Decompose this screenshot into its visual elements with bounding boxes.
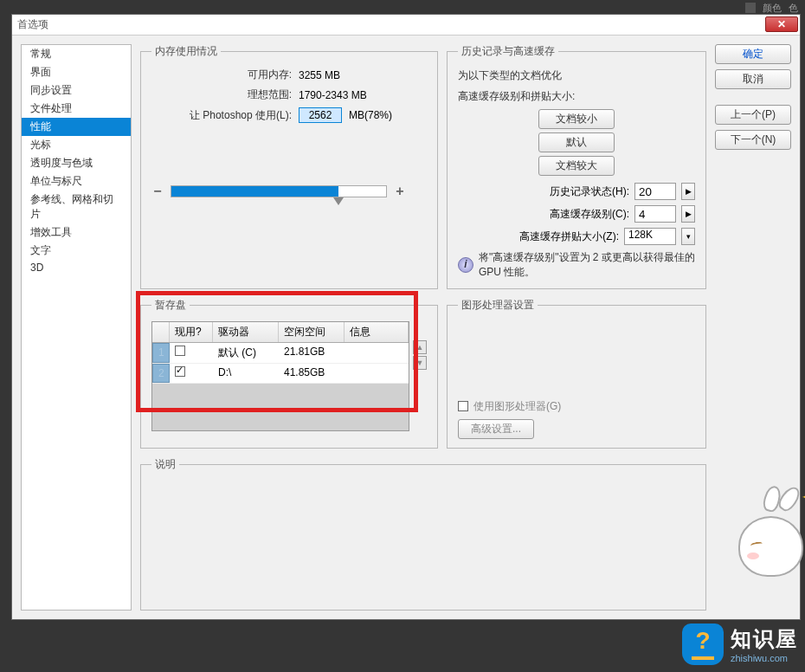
memory-use-input[interactable] [299, 107, 342, 123]
next-button[interactable]: 下一个(N) [715, 130, 791, 150]
topbar-swatch: 色 [789, 2, 798, 15]
cache-note: 将"高速缓存级别"设置为 2 或更高以获得最佳的 GPU 性能。 [479, 250, 695, 280]
memory-slider[interactable] [171, 185, 387, 197]
checkbox[interactable] [175, 366, 185, 377]
sidebar-item-performance[interactable]: 性能 [22, 118, 131, 136]
description-legend: 说明 [151, 457, 179, 472]
col-active: 现用? [170, 322, 213, 342]
close-button[interactable]: ✕ [765, 16, 798, 32]
sidebar-item-units[interactable]: 单位与标尺 [22, 172, 131, 191]
gpu-advanced-button[interactable]: 高级设置... [458, 419, 534, 439]
info-icon: i [458, 257, 473, 273]
use-gpu-label: 使用图形处理器(G) [473, 399, 561, 414]
sidebar-item-filehandling[interactable]: 文件处理 [22, 100, 131, 118]
gpu-legend: 图形处理器设置 [458, 298, 538, 313]
mascot-bunny-icon: ✦ [734, 490, 805, 577]
doc-default-button[interactable]: 默认 [538, 132, 615, 152]
move-up-button[interactable]: ▲ [413, 340, 427, 354]
stepper-icon[interactable]: ▶ [681, 205, 695, 223]
topbar-swatch-icon [745, 3, 756, 13]
logo-text-en: zhishiwu.com [731, 653, 798, 663]
sidebar-item-plugins[interactable]: 增效工具 [22, 223, 131, 242]
use-gpu-checkbox[interactable] [458, 401, 468, 411]
col-info: 信息 [345, 322, 409, 342]
cache-levels-input[interactable] [634, 205, 676, 223]
scratch-disk-fieldset: 暂存盘 现用? 驱动器 空闲空间 信息 1 [140, 298, 438, 449]
history-states-input[interactable] [634, 183, 676, 200]
gpu-fieldset: 图形处理器设置 使用图形处理器(G) 高级设置... [447, 298, 706, 449]
table-empty-area [152, 384, 409, 430]
close-icon: ✕ [777, 18, 786, 30]
col-free: 空闲空间 [279, 322, 345, 342]
ok-button[interactable]: 确定 [715, 44, 791, 64]
sidebar-item-type[interactable]: 文字 [22, 242, 131, 260]
table-row[interactable]: 1 默认 (C) 21.81GB [152, 343, 409, 364]
sidebar-item-3d[interactable]: 3D [22, 260, 131, 275]
history-intro1: 为以下类型的文档优化 [458, 68, 695, 83]
memory-fieldset: 内存使用情况 可用内存: 3255 MB 理想范围: 1790-2343 MB … [140, 44, 438, 289]
checkbox[interactable] [175, 346, 185, 356]
dialog-body: 常规 界面 同步设置 文件处理 性能 光标 透明度与色域 单位与标尺 参考线、网… [12, 36, 800, 619]
sidebar-item-guides[interactable]: 参考线、网格和切片 [22, 191, 131, 223]
slider-fill [171, 186, 338, 197]
category-sidebar: 常规 界面 同步设置 文件处理 性能 光标 透明度与色域 单位与标尺 参考线、网… [21, 44, 132, 611]
stepper-icon[interactable]: ▶ [681, 183, 695, 200]
sidebar-item-cursors[interactable]: 光标 [22, 136, 131, 154]
let-use-label: 让 Photoshop 使用(L): [151, 108, 299, 123]
history-legend: 历史记录与高速缓存 [458, 44, 558, 59]
reorder-buttons: ▲ ▼ [413, 321, 427, 431]
sidebar-item-transparency[interactable]: 透明度与色域 [22, 154, 131, 172]
dropdown-arrow-icon[interactable]: ▾ [681, 228, 695, 245]
slider-plus-icon[interactable]: + [394, 184, 406, 199]
ideal-range-label: 理想范围: [151, 87, 299, 102]
cache-levels-label: 高速缓存级别(C): [550, 207, 629, 222]
scratch-disk-table: 现用? 驱动器 空闲空间 信息 1 默认 (C) 21.81GB [151, 321, 409, 431]
scratch-legend: 暂存盘 [151, 298, 190, 313]
sidebar-item-general[interactable]: 常规 [22, 45, 131, 63]
table-row[interactable]: 2 D:\ 41.85GB [152, 364, 409, 384]
col-drive: 驱动器 [213, 322, 279, 342]
doc-large-button[interactable]: 文档较大 [538, 156, 615, 176]
main-column: 内存使用情况 可用内存: 3255 MB 理想范围: 1790-2343 MB … [140, 44, 706, 611]
logo-icon [682, 624, 724, 665]
tile-size-select[interactable]: 128K [624, 228, 676, 245]
logo-text-cn: 知识屋 [731, 625, 798, 653]
move-down-button[interactable]: ▼ [413, 356, 427, 370]
sidebar-item-interface[interactable]: 界面 [22, 63, 131, 81]
cancel-button[interactable]: 取消 [715, 69, 791, 89]
available-memory-label: 可用内存: [151, 68, 299, 82]
history-fieldset: 历史记录与高速缓存 为以下类型的文档优化 高速缓存级别和拼贴大小: 文档较小 默… [447, 44, 706, 289]
slider-thumb-icon[interactable] [333, 197, 344, 205]
dialog-title: 首选项 [17, 17, 48, 32]
description-fieldset: 说明 [140, 457, 706, 611]
table-header: 现用? 驱动器 空闲空间 信息 [152, 322, 409, 343]
ideal-range-value: 1790-2343 MB [299, 89, 367, 101]
watermark-logo: 知识屋 zhishiwu.com [682, 624, 798, 665]
slider-minus-icon[interactable]: − [151, 184, 164, 199]
memory-use-suffix: MB(78%) [349, 109, 392, 121]
dialog-titlebar: 首选项 ✕ [12, 15, 800, 36]
prev-button[interactable]: 上一个(P) [715, 105, 791, 125]
tile-size-label: 高速缓存拼贴大小(Z): [519, 229, 619, 244]
sidebar-item-sync[interactable]: 同步设置 [22, 81, 131, 100]
history-states-label: 历史记录状态(H): [550, 184, 629, 199]
topbar-color: 颜色 [763, 2, 782, 15]
history-intro2: 高速缓存级别和拼贴大小: [458, 88, 695, 104]
memory-legend: 内存使用情况 [151, 44, 221, 59]
preferences-dialog: 首选项 ✕ 常规 界面 同步设置 文件处理 性能 光标 透明度与色域 单位与标尺… [11, 14, 801, 620]
available-memory-value: 3255 MB [299, 69, 340, 81]
doc-small-button[interactable]: 文档较小 [538, 109, 615, 129]
